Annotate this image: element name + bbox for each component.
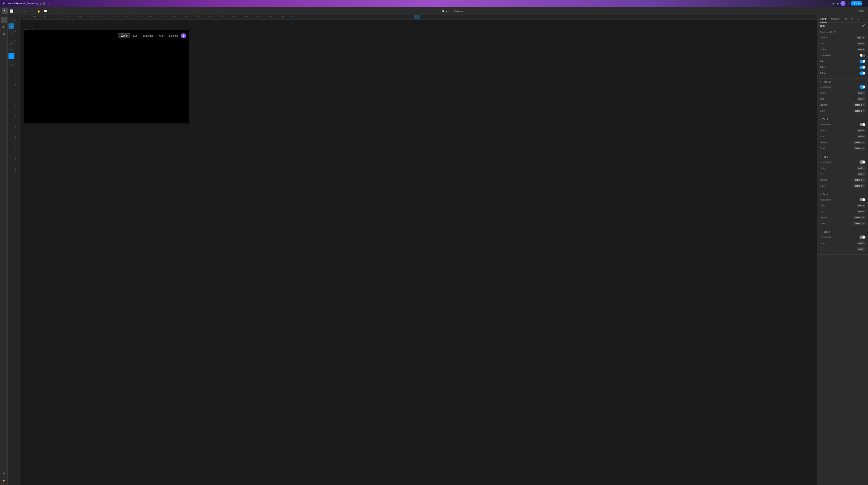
text-tool[interactable]: T bbox=[29, 8, 35, 14]
panel-more-icon[interactable]: ⋯ bbox=[862, 17, 865, 21]
tab2-section-color-dropdown[interactable]: default ▼ bbox=[854, 147, 865, 150]
tab-science[interactable]: Science bbox=[166, 33, 181, 38]
avatar[interactable]: A bbox=[840, 1, 845, 6]
canvas-content: Dark container World N.Y Business Arts S… bbox=[20, 20, 817, 485]
tabend-section: ▼ TabEnd isSelected radius md ▼ size md bbox=[817, 229, 868, 254]
tab4-section-radius-row: radius md ▼ bbox=[820, 203, 865, 208]
figma-logo[interactable] bbox=[2, 1, 6, 5]
tab2-section-radius-dropdown[interactable]: md ▼ bbox=[857, 129, 865, 132]
tab-close-button[interactable]: × bbox=[42, 2, 45, 5]
move-tool[interactable]: ↖ bbox=[2, 8, 8, 14]
design-tab[interactable]: Design bbox=[440, 9, 452, 13]
link-icon[interactable]: 🔗 bbox=[862, 24, 865, 27]
prototype-tab[interactable]: Prototype bbox=[452, 9, 466, 13]
design-frame[interactable]: World N.Y Business Arts Science bbox=[24, 30, 189, 123]
tab2-section-size-dropdown[interactable]: md ▼ bbox=[857, 135, 865, 138]
tab3-section-size-dropdown[interactable]: md ▼ bbox=[857, 172, 865, 176]
tabstart-radius-dropdown[interactable]: md ▼ bbox=[857, 91, 865, 95]
tab-avatar[interactable] bbox=[181, 33, 186, 38]
tab3-section-radius-dropdown[interactable]: md ▼ bbox=[857, 166, 865, 170]
tab-business[interactable]: Business bbox=[141, 33, 156, 38]
tabend-size-row: size md ▼ bbox=[820, 247, 865, 251]
tabstart-color-dropdown[interactable]: default ▼ bbox=[854, 109, 865, 113]
tab4-toggle[interactable] bbox=[860, 71, 865, 75]
plugins-icon[interactable]: ⚡ bbox=[1, 477, 7, 483]
tab-arts[interactable]: Arts bbox=[156, 33, 166, 38]
hand-tool[interactable]: ✋ bbox=[36, 8, 41, 14]
tab3-section-color-label: Color bbox=[820, 185, 825, 187]
variant-label: variant bbox=[820, 36, 827, 39]
tab4-section-radius-dropdown[interactable]: md ▼ bbox=[857, 204, 865, 207]
tab4-isselected-label: isSelected bbox=[820, 199, 831, 201]
ruler-top: -350 -300 -250 -200 -150 -100 -50 0 50 1… bbox=[15, 15, 817, 20]
tab2-section-variant-dropdown[interactable]: default ▼ bbox=[854, 141, 865, 144]
size-dropdown[interactable]: md ▼ bbox=[857, 42, 865, 45]
layer-item-selected[interactable]: T bbox=[8, 53, 14, 59]
shape-tool[interactable]: ○ bbox=[15, 8, 21, 14]
tabstart-variant-dropdown[interactable]: default ▼ bbox=[854, 103, 865, 107]
isdisabled-toggle[interactable] bbox=[860, 54, 865, 57]
tab2-isselected-toggle[interactable] bbox=[860, 123, 865, 126]
tabstart-isselected-toggle[interactable] bbox=[860, 85, 865, 89]
tab4-section-size-label: size bbox=[820, 210, 824, 213]
variant-dropdown[interactable]: light ▼ bbox=[856, 36, 865, 39]
tab4-section-size-dropdown[interactable]: md ▼ bbox=[857, 210, 865, 213]
tabend-isselected-toggle[interactable] bbox=[860, 236, 865, 239]
tab2-section-color-row: Color default ▼ bbox=[820, 146, 865, 151]
tab2-section-size-row: size md ▼ bbox=[820, 134, 865, 139]
layer-item-4[interactable]: A bbox=[8, 40, 14, 46]
tab4-section-title: ▼ Tab 4 bbox=[820, 193, 865, 195]
tab4-section-variant-dropdown[interactable]: default ▼ bbox=[854, 216, 865, 219]
tab2-toggle-thumb bbox=[863, 60, 865, 63]
tabstart-size-dropdown[interactable]: md ▼ bbox=[857, 97, 865, 100]
title-bar-right: ▶ ⊡ A ▼ Share ··· bbox=[833, 1, 866, 6]
tab-add-button[interactable]: + bbox=[47, 1, 51, 5]
layer-panel: A • A A A T A bbox=[8, 15, 15, 485]
more-options-button[interactable]: ··· bbox=[864, 2, 866, 5]
components-sidebar-icon[interactable]: ❖ bbox=[1, 471, 7, 477]
assets-icon[interactable]: ◧ bbox=[1, 24, 7, 30]
tabstart-isselected-row: isSelected bbox=[820, 85, 865, 89]
auto-layout-icon[interactable]: ⟲ bbox=[856, 17, 860, 21]
title-bar: NextUI Figma Kit (Community) ( × + ▶ ⊡ A… bbox=[0, 0, 868, 7]
comment-tool[interactable]: 💬 bbox=[42, 8, 49, 14]
layer-item-1[interactable]: A bbox=[8, 17, 14, 23]
tab4-isselected-toggle[interactable] bbox=[860, 198, 865, 201]
tab4-section-color-dropdown[interactable]: default ▼ bbox=[854, 222, 865, 225]
main-toolbar: ↖ ⬜ ○ ✒ T ✋ 💬 Design Prototype 101% bbox=[0, 7, 868, 15]
layers-icon[interactable]: ☰ bbox=[1, 17, 7, 23]
component-icon[interactable]: ❖ bbox=[850, 17, 854, 21]
tabend-size-dropdown[interactable]: md ▼ bbox=[857, 247, 865, 251]
prototype-tab-right[interactable]: Prototype bbox=[830, 15, 840, 23]
pen-tool[interactable]: ✒ bbox=[22, 8, 28, 14]
layer-item-3[interactable]: A bbox=[8, 30, 14, 36]
tab-ny[interactable]: N.Y bbox=[131, 33, 140, 38]
ruler-left: -250 -200 -150 -100 -50 0 50 100 150 200… bbox=[15, 15, 20, 485]
layer-item-5[interactable]: A bbox=[8, 47, 14, 53]
tab3-section-color-dropdown[interactable]: default ▼ bbox=[854, 184, 865, 187]
share-button[interactable]: Share bbox=[851, 1, 862, 5]
layer-item-2[interactable]: • bbox=[8, 23, 14, 29]
tab3-isselected-toggle[interactable] bbox=[860, 160, 865, 164]
canvas-area[interactable]: -350 -300 -250 -200 -150 -100 -50 0 50 1… bbox=[15, 15, 817, 485]
frame-tool[interactable]: ⬜ bbox=[8, 8, 14, 14]
design-tab-right[interactable]: Design bbox=[820, 15, 827, 23]
ruler-ticks-top: -350 -300 -250 -200 -150 -100 -50 0 50 1… bbox=[15, 15, 817, 19]
tab3-section-radius-label: radius bbox=[820, 167, 826, 169]
pages-icon[interactable]: ⊞ bbox=[1, 31, 7, 36]
tab3-toggle[interactable] bbox=[860, 66, 865, 69]
zoom-level[interactable]: 101% bbox=[858, 9, 866, 13]
grid-view-icon[interactable]: ⊞ bbox=[845, 17, 848, 21]
tab2-section-radius-row: radius md ▼ bbox=[820, 128, 865, 133]
dropdown-arrow-avatar[interactable]: ▼ bbox=[847, 2, 849, 4]
tabend-isselected-label: isSelected bbox=[820, 236, 831, 239]
tab-world[interactable]: World bbox=[118, 33, 130, 38]
right-panel-tabs: Design Prototype ⊞ ❖ ⟲ ⋯ bbox=[817, 15, 868, 23]
tab3-section-variant-dropdown[interactable]: default ▼ bbox=[854, 178, 865, 182]
play-button[interactable]: ▶ bbox=[833, 2, 835, 5]
mirror-button[interactable]: ⊡ bbox=[836, 2, 839, 5]
layer-item-6[interactable]: A bbox=[8, 62, 14, 67]
radius-dropdown[interactable]: md ▼ bbox=[857, 48, 865, 51]
tab2-toggle[interactable] bbox=[860, 60, 865, 63]
tabend-radius-dropdown[interactable]: md ▼ bbox=[857, 241, 865, 245]
